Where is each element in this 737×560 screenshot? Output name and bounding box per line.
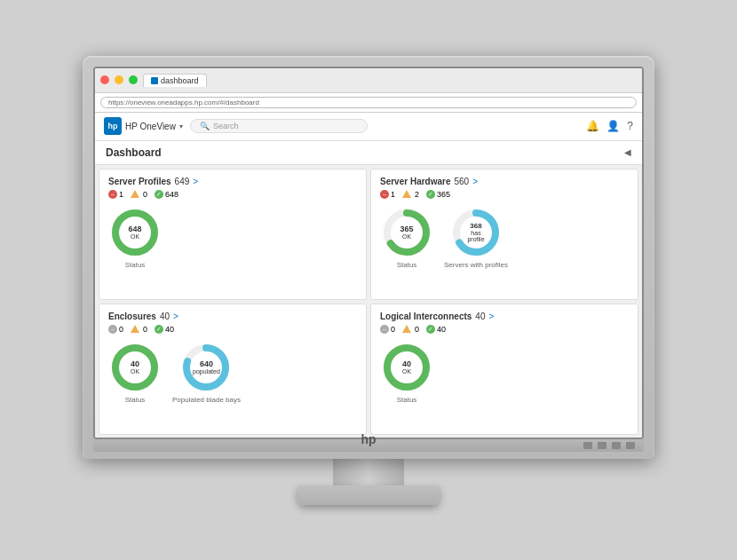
enc-bays-number: 640 (193, 359, 220, 368)
monitor-wrapper: dashboard https://oneview.oneadapps.hp.c… (83, 56, 654, 505)
warning-count: 0 (143, 190, 147, 199)
enc-status-donut: 40 OK (108, 341, 162, 394)
server-profiles-link[interactable]: > (193, 177, 198, 186)
header-icons: 🔔 👤 ? (586, 120, 633, 132)
monitor-frame: dashboard https://oneview.oneadapps.hp.c… (83, 56, 654, 459)
tab-label: dashboard (161, 76, 199, 85)
browser-chrome: dashboard (95, 68, 642, 93)
server-profiles-header: Server Profiles 649 > (108, 177, 357, 186)
monitor-stand-neck (333, 459, 404, 485)
logical-interconnects-card: Logical Interconnects 40 > – 0 (370, 304, 638, 435)
enc-status-number: 40 (131, 359, 139, 368)
search-icon: 🔍 (200, 122, 210, 130)
hw-status-caption: Status (397, 261, 417, 269)
enc-status-caption: Status (125, 396, 146, 404)
hw-status-chart: 365 OK Status (380, 206, 433, 269)
hp-logo: hp HP OneView ▾ (104, 117, 183, 135)
enclosures-badges: – 0 0 ✓ 40 (108, 325, 357, 334)
search-placeholder: Search (213, 122, 239, 130)
hw-status-label: 365 OK (400, 225, 413, 240)
help-icon[interactable]: ? (627, 120, 633, 132)
enc-status-text: OK (131, 368, 139, 375)
ok-count: 648 (165, 190, 178, 199)
server-hardware-count: 560 (455, 177, 470, 186)
enclosures-header: Enclosures 40 > (108, 312, 357, 321)
error-count: 1 (119, 190, 123, 199)
error-badge: – 1 (108, 190, 123, 199)
monitor-button-1[interactable] (583, 442, 592, 449)
status-number: 648 (128, 225, 141, 233)
app-dropdown-arrow[interactable]: ▾ (179, 122, 183, 130)
enclosures-title: Enclosures (108, 312, 156, 321)
server-profiles-title: Server Profiles (108, 177, 171, 186)
logical-interconnects-link[interactable]: > (488, 312, 494, 321)
hw-status-number: 365 (400, 225, 413, 233)
status-donut-label: 648 OK (128, 225, 141, 240)
search-box[interactable]: 🔍 Search (190, 119, 368, 133)
error-count-hw: 1 (391, 190, 395, 199)
error-icon-hw: – (380, 190, 389, 199)
monitor-button-3[interactable] (612, 442, 621, 449)
logical-interconnects-badges: – 0 0 ✓ 40 (380, 325, 629, 334)
collapse-button[interactable]: ◀ (624, 147, 631, 157)
server-hardware-charts: 365 OK Status (380, 206, 629, 269)
hp-logo-text: hp (108, 122, 118, 130)
hw-status-text: OK (400, 233, 413, 240)
server-profiles-count: 649 (175, 177, 190, 186)
enc-status-chart: 40 OK Status (108, 341, 162, 404)
monitor-button-2[interactable] (598, 442, 606, 449)
server-hardware-header: Server Hardware 560 > (380, 177, 629, 186)
ok-icon-enc: ✓ (155, 325, 163, 334)
enc-bays-chart: 640 populated Populated blade bays (172, 341, 241, 404)
warning-icon-enc (131, 325, 139, 333)
enc-bays-label: 640 populated (193, 359, 220, 375)
ok-badge-li: ✓ 40 (426, 325, 446, 334)
ok-icon: ✓ (155, 190, 163, 199)
status-chart: 648 OK Status (108, 206, 162, 269)
enclosures-link[interactable]: > (173, 312, 178, 321)
ok-icon-hw: ✓ (426, 190, 435, 199)
disabled-icon-li: – (380, 325, 389, 334)
bell-icon[interactable]: 🔔 (586, 120, 599, 132)
user-icon[interactable]: 👤 (606, 120, 620, 132)
disabled-count-li: 0 (391, 325, 395, 334)
hw-profiles-caption: Servers with profiles (444, 261, 508, 269)
server-profiles-badges: – 1 0 ✓ 648 (108, 190, 357, 199)
warning-badge: 0 (131, 190, 147, 199)
li-status-donut: 40 OK (380, 341, 433, 394)
maximize-btn[interactable] (129, 75, 138, 84)
warning-icon-li (402, 325, 411, 333)
disabled-badge-li: – 0 (380, 325, 395, 334)
minimize-btn[interactable] (115, 75, 123, 84)
enclosures-count: 40 (160, 312, 170, 321)
monitor-button-4[interactable] (626, 442, 635, 449)
warning-badge-li: 0 (402, 325, 419, 334)
hp-logo-icon: hp (104, 117, 122, 135)
logical-interconnects-charts: 40 OK Status (380, 341, 629, 404)
browser-tab[interactable]: dashboard (143, 74, 207, 87)
enclosures-charts: 40 OK Status (108, 341, 357, 404)
dashboard-title: Dashboard (106, 146, 162, 159)
li-status-caption: Status (397, 396, 417, 404)
close-btn[interactable] (100, 75, 109, 84)
enc-status-label: 40 OK (131, 359, 139, 375)
li-status-label: 40 OK (402, 359, 411, 375)
ok-count-enc: 40 (165, 325, 174, 334)
server-hardware-link[interactable]: > (472, 177, 478, 186)
warning-badge-hw: 2 (402, 190, 419, 199)
server-profiles-charts: 648 OK Status (108, 206, 357, 269)
app-header: hp HP OneView ▾ 🔍 Search 🔔 👤 ? (95, 113, 642, 141)
address-bar[interactable]: https://oneview.oneadapps.hp.com/#/dashb… (100, 97, 637, 108)
error-badge-hw: – 1 (380, 190, 395, 199)
monitor-hp-logo: hp (361, 432, 376, 446)
dashboard-grid: Server Profiles 649 > – 1 (95, 165, 642, 438)
li-status-text: OK (402, 368, 411, 375)
enc-bays-caption: Populated blade bays (172, 396, 241, 404)
logical-interconnects-title: Logical Interconnects (380, 312, 472, 321)
hw-profiles-label: 368 has profile (463, 222, 489, 242)
enc-bays-donut: 640 populated (179, 341, 233, 394)
hw-status-donut: 365 OK (380, 206, 433, 259)
warning-icon (131, 190, 139, 198)
ok-count-li: 40 (437, 325, 446, 334)
monitor-screen: dashboard https://oneview.oneadapps.hp.c… (93, 67, 644, 439)
